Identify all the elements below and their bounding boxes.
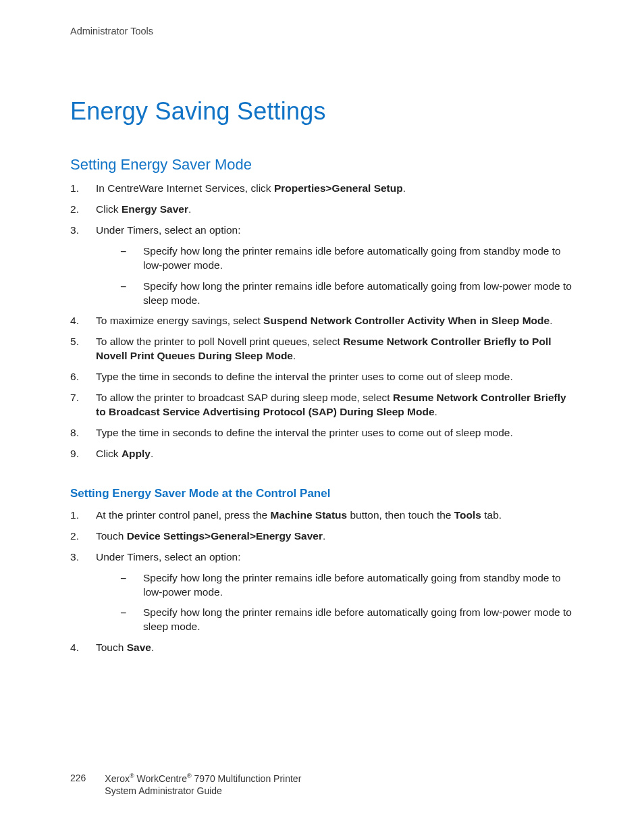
substep: Specify how long the printer remains idl… <box>120 280 576 308</box>
procedure-list-1: In CentreWare Internet Services, click P… <box>70 182 576 461</box>
substep-list: Specify how long the printer remains idl… <box>96 244 576 308</box>
step: Under Timers, select an option: Specify … <box>70 224 576 308</box>
step: Touch Save. <box>70 641 576 655</box>
step: To maximize energy savings, select Suspe… <box>70 314 576 328</box>
page-footer: 226Xerox® WorkCentre® 7970 Multifunction… <box>70 772 301 798</box>
step: To allow the printer to poll Novell prin… <box>70 335 576 363</box>
step: At the printer control panel, press the … <box>70 509 576 523</box>
substep-list: Specify how long the printer remains idl… <box>96 571 576 635</box>
step: Touch Device Settings>General>Energy Sav… <box>70 529 576 544</box>
step: In CentreWare Internet Services, click P… <box>70 182 576 196</box>
running-header: Administrator Tools <box>70 26 576 36</box>
substep: Specify how long the printer remains idl… <box>120 244 576 273</box>
step: Type the time in seconds to define the i… <box>70 426 576 440</box>
step: Under Timers, select an option: Specify … <box>70 550 576 635</box>
substep: Specify how long the printer remains idl… <box>120 606 576 634</box>
document-page: Administrator Tools Energy Saving Settin… <box>0 0 644 834</box>
section-heading-2: Setting Energy Saver Mode at the Control… <box>70 487 576 500</box>
product-line: Xerox® WorkCentre® 7970 Multifunction Pr… <box>105 772 301 798</box>
page-number: 226 <box>70 772 86 785</box>
page-title: Energy Saving Settings <box>70 97 576 126</box>
step: Click Energy Saver. <box>70 203 576 217</box>
step: To allow the printer to broadcast SAP du… <box>70 391 576 419</box>
substep: Specify how long the printer remains idl… <box>120 571 576 600</box>
procedure-list-2: At the printer control panel, press the … <box>70 509 576 655</box>
step: Type the time in seconds to define the i… <box>70 370 576 384</box>
step: Click Apply. <box>70 447 576 461</box>
section-heading-1: Setting Energy Saver Mode <box>70 156 576 174</box>
